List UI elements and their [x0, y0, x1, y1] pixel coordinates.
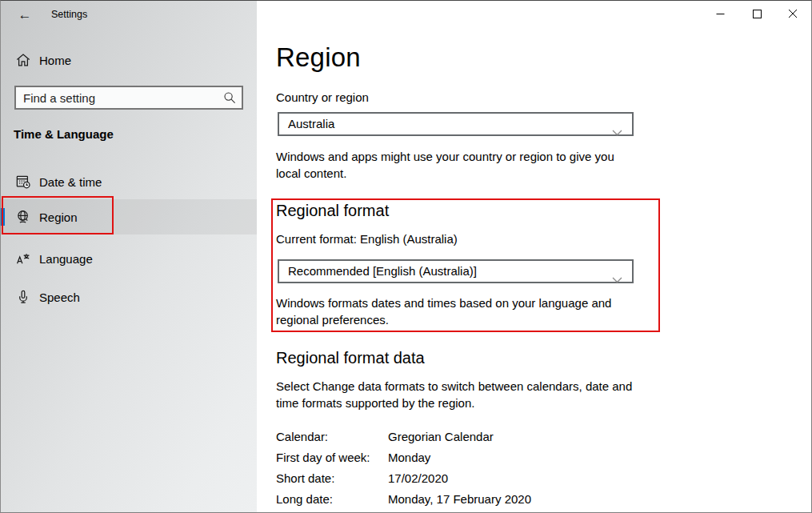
home-icon	[16, 53, 30, 67]
selected-accent-bar	[1, 208, 5, 226]
search-box	[14, 86, 243, 110]
regional-format-dropdown[interactable]: Recommended [English (Australia)]	[278, 259, 634, 283]
data-row-first-day: First day of week: Monday	[276, 451, 612, 463]
sidebar-item-speech[interactable]: Speech	[1, 279, 257, 315]
language-icon	[16, 251, 30, 266]
data-label: Calendar:	[276, 430, 328, 443]
data-value: 17/02/2020	[388, 471, 448, 485]
current-format-label: Current format: English (Australia)	[276, 232, 458, 246]
window-title: Settings	[51, 9, 87, 20]
country-dropdown-value: Australia	[288, 117, 334, 130]
regional-format-data-heading: Regional format data	[276, 349, 425, 367]
data-row-calendar: Calendar: Gregorian Calendar	[276, 430, 612, 443]
sidebar-item-label: Speech	[39, 291, 80, 304]
regional-format-data-description: Select Change data formats to switch bet…	[276, 378, 640, 411]
close-button[interactable]	[774, 1, 811, 26]
sidebar-item-date-time[interactable]: Date & time	[1, 164, 257, 199]
back-button[interactable]: ←	[14, 5, 35, 26]
regional-format-dropdown-value: Recommended [English (Australia)]	[288, 264, 477, 278]
data-label: First day of week:	[276, 451, 370, 464]
search-icon[interactable]	[223, 91, 236, 104]
country-dropdown[interactable]: Australia	[278, 112, 634, 136]
sidebar-item-label: Date & time	[39, 175, 102, 189]
main-content: Region Country or region Australia Windo…	[257, 1, 812, 513]
sidebar-item-home[interactable]: Home	[1, 42, 257, 78]
country-label: Country or region	[276, 90, 369, 104]
sidebar-item-label: Region	[39, 210, 78, 224]
back-arrow-icon: ←	[18, 7, 32, 22]
chevron-down-icon	[612, 122, 622, 128]
chevron-down-icon	[612, 269, 622, 275]
data-value: Monday	[388, 451, 430, 464]
regional-format-description: Windows formats dates and times based on…	[276, 295, 634, 328]
search-input[interactable]	[16, 87, 242, 108]
regional-format-heading: Regional format	[276, 202, 389, 220]
data-row-short-date: Short date: 17/02/2020	[276, 471, 612, 484]
sidebar-item-language[interactable]: Language	[1, 241, 257, 276]
minimize-button[interactable]	[702, 1, 738, 26]
data-value: Gregorian Calendar	[388, 430, 494, 443]
sidebar-section-title: Time & Language	[14, 127, 114, 141]
settings-window: ← Settings Home Time & Language	[0, 0, 812, 513]
globe-icon	[16, 210, 30, 224]
sidebar-item-label: Home	[39, 54, 71, 67]
maximize-button[interactable]	[738, 1, 775, 26]
close-icon	[788, 9, 798, 18]
calendar-clock-icon	[16, 174, 30, 189]
data-label: Short date:	[276, 471, 334, 485]
data-row-long-date: Long date: Monday, 17 February 2020	[276, 492, 612, 505]
sidebar-item-region[interactable]: Region	[1, 199, 257, 234]
page-title: Region	[276, 42, 361, 73]
data-value: Monday, 17 February 2020	[388, 492, 531, 506]
sidebar: ← Settings Home Time & Language	[1, 1, 257, 513]
data-label: Long date:	[276, 492, 333, 506]
country-description: Windows and apps might use your country …	[276, 148, 634, 182]
minimize-icon	[716, 10, 725, 18]
microphone-icon	[16, 290, 30, 304]
maximize-icon	[753, 10, 762, 18]
sidebar-item-label: Language	[39, 252, 93, 266]
